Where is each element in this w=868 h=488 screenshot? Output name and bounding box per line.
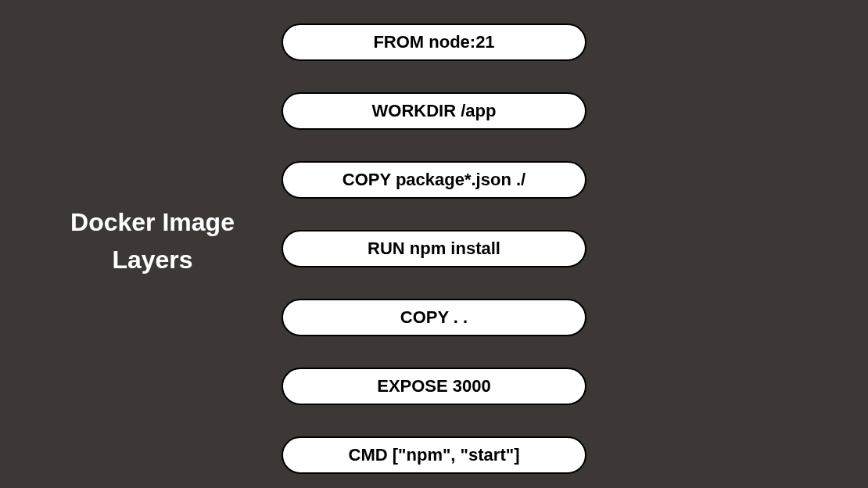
title-line-1: Docker Image	[70, 208, 235, 236]
diagram-title: Docker Image Layers	[51, 203, 254, 278]
layer-label: EXPOSE 3000	[377, 376, 491, 396]
layer-copy-package: COPY package*.json ./	[282, 161, 586, 199]
layer-copy-all: COPY . .	[282, 299, 586, 336]
layer-from: FROM node:21	[282, 23, 586, 61]
title-line-2: Layers	[112, 246, 192, 274]
layer-label: FROM node:21	[373, 32, 494, 52]
layer-label: CMD ["npm", "start"]	[349, 445, 520, 465]
layers-container: FROM node:21 WORKDIR /app COPY package*.…	[282, 23, 586, 474]
layer-cmd: CMD ["npm", "start"]	[282, 436, 586, 474]
layer-run: RUN npm install	[282, 230, 586, 267]
layer-label: COPY package*.json ./	[343, 170, 525, 190]
layer-label: COPY . .	[400, 307, 468, 328]
layer-expose: EXPOSE 3000	[282, 368, 586, 405]
layer-label: RUN npm install	[368, 239, 500, 259]
layer-label: WORKDIR /app	[372, 101, 497, 121]
layer-workdir: WORKDIR /app	[282, 92, 586, 130]
